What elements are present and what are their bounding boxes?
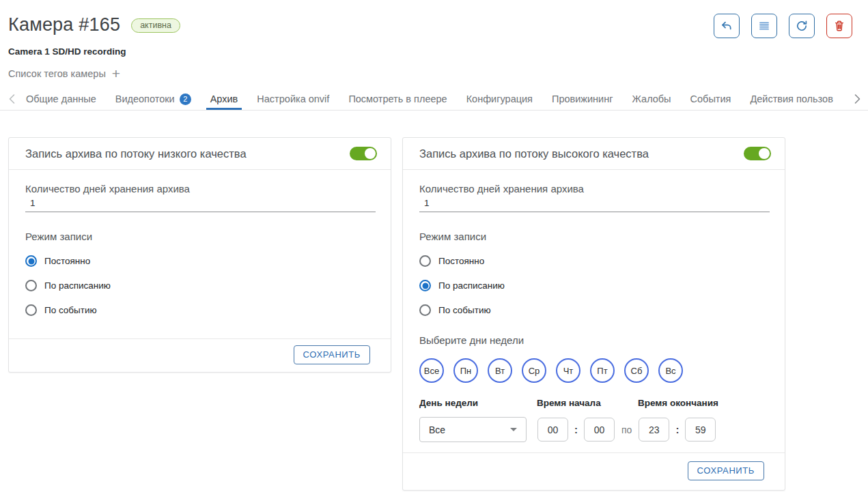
page-header: Камера #165 активна [0,0,868,79]
card-title: Запись архива по потоку низкого качества [25,147,247,160]
tab-provisioning[interactable]: Провижининг [552,88,613,110]
weekday-select[interactable]: Все [419,417,527,442]
camera-subtitle: Camera 1 SD/HD recording [8,46,852,57]
tab-complaints[interactable]: Жалобы [632,88,671,110]
trash-icon [832,19,846,33]
page-title: Камера #165 [8,14,120,35]
day-chip-sat[interactable]: Сб [624,358,649,383]
radio-icon[interactable] [25,280,37,291]
day-chip-thu[interactable]: Чт [556,358,580,383]
day-col-label: День недели [419,398,537,408]
end-hour-input[interactable] [639,418,669,442]
chevron-right-icon[interactable] [854,88,861,110]
retention-days-input[interactable] [25,196,376,212]
retention-days-label: Количество дней хранения архива [419,183,770,194]
refresh-icon [795,19,809,33]
tab-configuration[interactable]: Конфигурация [466,88,533,110]
status-badge: активна [131,18,180,33]
low-quality-archive-card: Запись архива по потоку низкого качества… [8,137,391,373]
tabs: Общие данные Видеопотоки 2 Архив Настрой… [26,88,847,110]
record-mode-label: Режим записи [419,231,770,242]
day-chip-tue[interactable]: Вт [488,358,512,383]
dropdown-caret-icon [510,428,517,431]
record-mode-label: Режим записи [25,231,376,242]
retention-days-input[interactable] [419,196,770,212]
toggle-knob [365,148,376,159]
radio-option-schedule[interactable]: По расписанию [419,280,770,291]
radio-option-constant[interactable]: Постоянно [419,255,770,267]
videostreams-count-badge: 2 [180,93,191,105]
tab-user-actions[interactable]: Действия пользов [750,88,832,110]
weekday-select-value: Все [429,424,445,435]
high-quality-archive-card: Запись архива по потоку высокого качеств… [402,137,785,491]
to-label: по [621,424,632,435]
tags-label: Список тегов камеры [8,68,106,79]
tab-archive[interactable]: Архив [210,88,238,110]
radio-icon[interactable] [25,255,37,267]
refresh-button[interactable] [789,14,815,38]
save-button[interactable]: СОХРАНИТЬ [294,345,370,364]
radio-icon[interactable] [419,280,431,291]
card-title: Запись архива по потоку высокого качеств… [419,147,649,160]
tab-player[interactable]: Посмотреть в плеере [348,88,447,110]
day-chip-all[interactable]: Все [419,358,444,383]
weekday-chips: Все Пн Вт Ср Чт Пт Сб Вс [419,358,770,383]
tab-videostreams[interactable]: Видеопотоки 2 [115,88,191,110]
delete-button[interactable] [826,14,852,38]
colon-separator: : [675,424,679,435]
tab-onvif[interactable]: Настройка onvif [257,88,329,110]
radio-option-schedule[interactable]: По расписанию [25,280,376,291]
chevron-left-icon[interactable] [8,88,16,110]
radio-option-event[interactable]: По событию [25,304,376,316]
tab-general[interactable]: Общие данные [26,88,96,110]
undo-icon [720,19,733,33]
weekdays-label: Выберите дни недели [419,334,770,346]
low-quality-record-toggle[interactable] [350,147,377,160]
add-tag-plus-icon[interactable]: + [112,69,120,78]
start-col-label: Время начала [537,398,638,408]
save-button[interactable]: СОХРАНИТЬ [688,461,764,480]
day-chip-wed[interactable]: Ср [522,358,546,383]
high-quality-record-toggle[interactable] [744,147,771,160]
list-icon [757,19,771,33]
end-col-label: Время окончания [638,398,718,408]
start-minute-input[interactable] [584,418,615,442]
radio-icon[interactable] [25,304,37,316]
tab-events[interactable]: События [690,88,731,110]
radio-icon[interactable] [419,255,431,267]
radio-icon[interactable] [419,304,431,316]
tab-bar: Общие данные Видеопотоки 2 Архив Настрой… [0,88,868,111]
end-minute-input[interactable] [685,418,716,442]
start-hour-input[interactable] [537,418,568,442]
list-button[interactable] [751,14,777,38]
radio-option-event[interactable]: По событию [419,304,770,316]
toolbar [714,14,852,38]
day-chip-mon[interactable]: Пн [453,358,478,383]
day-chip-sun[interactable]: Вс [658,358,683,383]
colon-separator: : [574,424,578,435]
retention-days-label: Количество дней хранения архива [25,183,376,194]
radio-option-constant[interactable]: Постоянно [25,255,376,267]
undo-button[interactable] [714,14,740,38]
day-chip-fri[interactable]: Пт [590,358,615,383]
toggle-knob [759,148,770,159]
